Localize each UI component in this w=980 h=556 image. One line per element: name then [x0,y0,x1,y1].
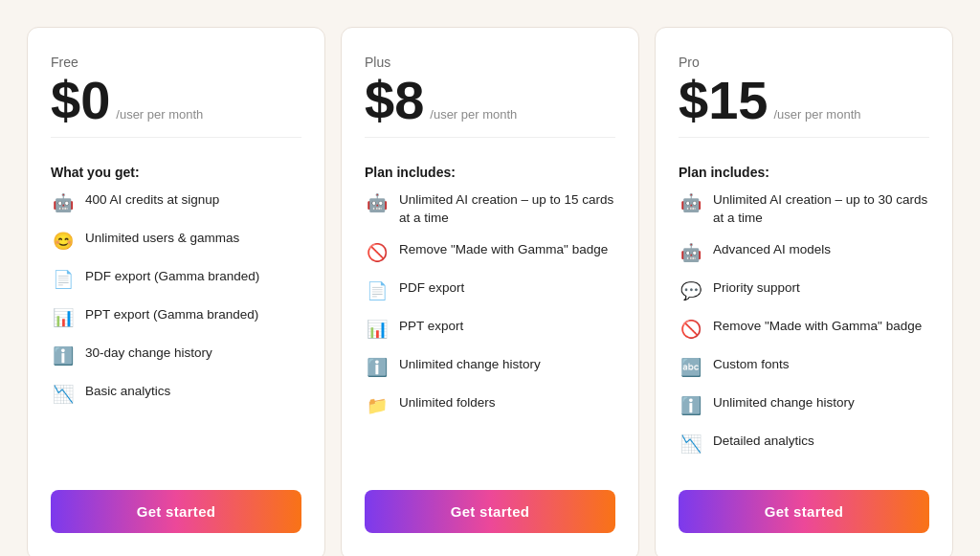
feature-icon: 📁 [365,394,390,419]
feature-item: 🚫Remove "Made with Gamma" badge [365,241,615,266]
feature-text: Unlimited folders [399,394,496,412]
feature-icon: 😊 [51,230,76,255]
plan-section-title: Plan includes: [679,165,929,180]
feature-text: Remove "Made with Gamma" badge [399,241,608,259]
feature-icon: 🔤 [679,356,703,381]
feature-item: ℹ️Unlimited change history [365,356,615,381]
feature-item: 📄PDF export (Gamma branded) [51,268,301,293]
feature-item: 🔤Custom fonts [679,356,929,381]
plan-price-sub: /user per month [116,107,203,122]
feature-text: 30-day change history [85,345,212,363]
feature-text: PDF export [399,279,464,298]
feature-icon: 📉 [679,433,703,457]
feature-text: Detailed analytics [713,433,814,451]
feature-icon: 📄 [365,279,390,304]
plan-price-row: $15/user per month [679,74,929,127]
feature-icon: 🤖 [51,191,76,216]
feature-item: ℹ️Unlimited change history [679,394,929,419]
feature-icon: 🤖 [679,241,703,266]
feature-text: Advanced AI models [713,241,831,259]
feature-text: Unlimited change history [713,394,855,412]
plan-tier-label: Pro [679,55,929,70]
feature-icon: ℹ️ [679,394,703,419]
feature-icon: ℹ️ [365,356,390,381]
feature-text: Custom fonts [713,356,790,374]
feature-text: Basic analytics [85,383,170,401]
feature-item: 😊Unlimited users & gammas [51,230,301,255]
feature-list: 🤖Unlimited AI creation – up to 15 cards … [365,191,615,471]
feature-item: 📉Detailed analytics [679,433,929,457]
feature-item: 🤖Unlimited AI creation – up to 30 cards … [679,191,929,228]
feature-icon: 📊 [365,318,390,343]
feature-item: 📄PDF export [365,279,615,304]
plan-tier-label: Free [51,55,301,70]
feature-item: 📉Basic analytics [51,383,301,408]
plan-price-sub: /user per month [773,107,860,122]
feature-item: ℹ️30-day change history [51,345,301,369]
feature-item: 💬Priority support [679,279,929,304]
feature-icon: 💬 [679,279,703,304]
feature-text: 400 AI credits at signup [85,191,219,210]
feature-item: 📊PPT export [365,318,615,343]
feature-text: PPT export [399,318,463,336]
feature-icon: 📄 [51,268,76,293]
feature-text: Remove "Made with Gamma" badge [713,318,922,336]
plan-section-title: Plan includes: [365,165,615,180]
feature-icon: 📉 [51,383,76,408]
plan-price-row: $0/user per month [51,74,301,127]
feature-text: PPT export (Gamma branded) [85,306,258,324]
feature-text: Unlimited AI creation – up to 15 cards a… [399,191,615,228]
feature-icon: 📊 [51,306,76,331]
get-started-button[interactable]: Get started [679,490,929,533]
feature-item: 📊PPT export (Gamma branded) [51,306,301,331]
divider [51,137,301,138]
feature-list: 🤖Unlimited AI creation – up to 30 cards … [679,191,929,471]
plan-price: $8 [365,74,424,127]
divider [679,137,929,138]
feature-text: Priority support [713,279,800,298]
feature-text: Unlimited users & gammas [85,230,239,248]
get-started-button[interactable]: Get started [51,490,301,533]
feature-icon: 🤖 [679,191,703,216]
feature-item: 🤖400 AI credits at signup [51,191,301,216]
plan-card-plus: Plus$8/user per monthPlan includes:🤖Unli… [341,27,639,556]
plan-card-pro: Pro$15/user per monthPlan includes:🤖Unli… [655,27,953,556]
feature-text: PDF export (Gamma branded) [85,268,259,286]
plan-price: $0 [51,74,110,127]
feature-item: 🚫Remove "Made with Gamma" badge [679,318,929,343]
pricing-container: Free$0/user per monthWhat you get:🤖400 A… [19,19,961,556]
plan-card-free: Free$0/user per monthWhat you get:🤖400 A… [27,27,325,556]
feature-icon: 🤖 [365,191,390,216]
get-started-button[interactable]: Get started [365,490,615,533]
plan-tier-label: Plus [365,55,615,70]
feature-item: 🤖Advanced AI models [679,241,929,266]
feature-text: Unlimited change history [399,356,541,374]
feature-text: Unlimited AI creation – up to 30 cards a… [713,191,929,228]
plan-price-row: $8/user per month [365,74,615,127]
feature-item: 🤖Unlimited AI creation – up to 15 cards … [365,191,615,228]
plan-price: $15 [679,74,768,127]
feature-icon: ℹ️ [51,345,76,369]
feature-item: 📁Unlimited folders [365,394,615,419]
plan-price-sub: /user per month [430,107,517,122]
divider [365,137,615,138]
feature-list: 🤖400 AI credits at signup😊Unlimited user… [51,191,301,471]
plan-section-title: What you get: [51,165,301,180]
feature-icon: 🚫 [365,241,390,266]
feature-icon: 🚫 [679,318,703,343]
